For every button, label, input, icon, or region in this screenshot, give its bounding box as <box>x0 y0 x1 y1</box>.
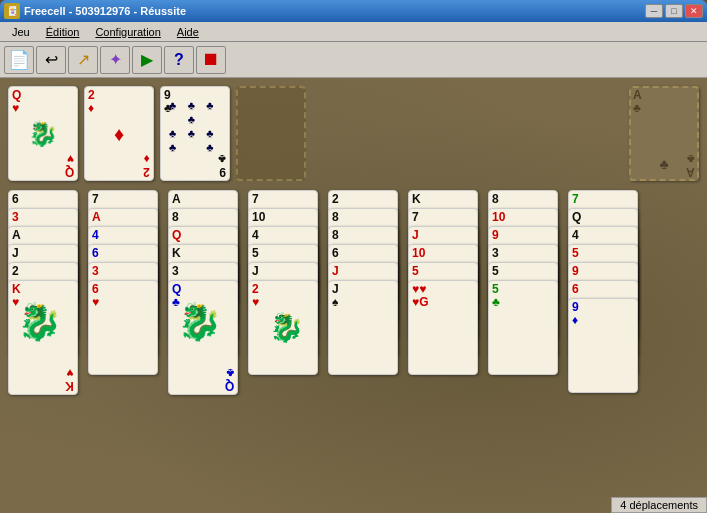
freecell-2[interactable]: 2♦ ♦ 2♦ <box>84 86 154 181</box>
menu-jeu[interactable]: Jeu <box>4 24 38 40</box>
card-c7-6[interactable]: 5♣ <box>488 280 558 375</box>
freecell-4[interactable] <box>236 86 306 181</box>
card-c2-6[interactable]: 6♥ <box>88 280 158 375</box>
stop-button[interactable]: ⏹ <box>196 46 226 74</box>
card-c6-6[interactable]: ♥♥♥G <box>408 280 478 375</box>
undo-button[interactable]: ↩ <box>36 46 66 74</box>
toolbar: 📄 ↩ ↗ ✦ ▶ ? ⏹ <box>0 42 707 78</box>
menu-aide[interactable]: Aide <box>169 24 207 40</box>
new-game-button[interactable]: 📄 <box>4 46 34 74</box>
free-cells: Q♥ 🐉 Q♥ 2♦ ♦ 2♦ 9♣ ♣♣♣ ♣ ♣♣♣ ♣♣ 9♣ <box>8 86 306 181</box>
card-c8-7[interactable]: 9♦ <box>568 298 638 393</box>
play-button[interactable]: ▶ <box>132 46 162 74</box>
minimize-button[interactable]: ─ <box>645 4 663 18</box>
freecell-3[interactable]: 9♣ ♣♣♣ ♣ ♣♣♣ ♣♣ 9♣ <box>160 86 230 181</box>
foundation-4[interactable] <box>629 86 699 181</box>
foundations: A♣ ♣ A♣ <box>629 86 699 181</box>
menu-bar: Jeu Édition Configuration Aide <box>0 22 707 42</box>
close-button[interactable]: ✕ <box>685 4 703 18</box>
title-bar: 🃏 Freecell - 503912976 - Réussite ─ □ ✕ <box>0 0 707 22</box>
card-c1-6[interactable]: K♥ 🐉 K♥ <box>8 280 78 395</box>
card-c5-6[interactable]: J♠ <box>328 280 398 375</box>
maximize-button[interactable]: □ <box>665 4 683 18</box>
magic-button[interactable]: ✦ <box>100 46 130 74</box>
status-bar: 4 déplacements <box>611 497 707 513</box>
freecell-1[interactable]: Q♥ 🐉 Q♥ <box>8 86 78 181</box>
game-area: Q♥ 🐉 Q♥ 2♦ ♦ 2♦ 9♣ ♣♣♣ ♣ ♣♣♣ ♣♣ 9♣ A♣ <box>0 78 707 513</box>
menu-edition[interactable]: Édition <box>38 24 88 40</box>
app-icon: 🃏 <box>4 3 20 19</box>
help-button[interactable]: ? <box>164 46 194 74</box>
menu-configuration[interactable]: Configuration <box>87 24 168 40</box>
hint-button[interactable]: ↗ <box>68 46 98 74</box>
window-title: Freecell - 503912976 - Réussite <box>24 5 186 17</box>
window-controls: ─ □ ✕ <box>645 4 703 18</box>
card-c4-6[interactable]: 2♥ 🐉 <box>248 280 318 375</box>
card-c3-6[interactable]: Q♣ 🐉 Q♣ <box>168 280 238 395</box>
status-text: 4 déplacements <box>620 499 698 511</box>
